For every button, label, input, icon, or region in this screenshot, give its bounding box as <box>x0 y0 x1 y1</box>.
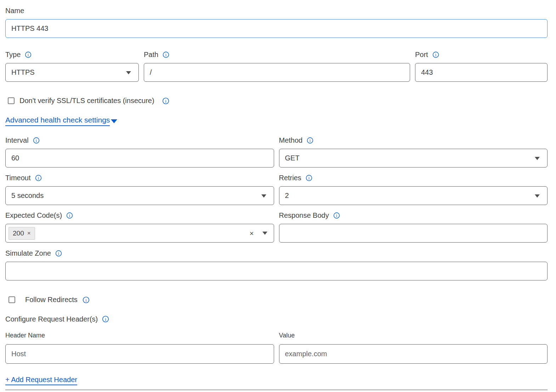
add-request-header-label: + Add Request Header <box>5 376 77 385</box>
info-icon[interactable]: i <box>102 316 109 323</box>
expected-codes-multiselect[interactable]: 200 × × <box>5 224 274 243</box>
svg-text:i: i <box>85 297 87 302</box>
svg-text:i: i <box>308 175 310 180</box>
type-path-port-row: Type i HTTPS Path i Port <box>5 50 548 82</box>
response-body-field: Response Body i <box>279 211 548 243</box>
method-field: Method i GET <box>279 136 548 167</box>
info-icon[interactable]: i <box>306 175 312 181</box>
timeout-field: Timeout i 5 seconds <box>5 174 274 205</box>
header-value-field: Value <box>279 332 548 364</box>
svg-text:i: i <box>165 52 167 57</box>
info-icon[interactable]: i <box>162 97 169 104</box>
port-label: Port <box>415 50 428 59</box>
svg-text:i: i <box>28 52 29 57</box>
configure-request-headers-label: Configure Request Header(s) <box>5 315 98 323</box>
header-name-input[interactable] <box>5 344 274 364</box>
svg-text:i: i <box>165 98 166 103</box>
port-input[interactable] <box>415 63 548 82</box>
advanced-health-check-settings-link[interactable]: Advanced health check settings <box>5 116 117 126</box>
response-body-input[interactable] <box>279 224 548 243</box>
info-icon[interactable]: i <box>35 175 42 181</box>
dont-verify-ssl-checkbox[interactable] <box>8 97 15 104</box>
response-body-label: Response Body <box>279 211 329 220</box>
svg-text:i: i <box>58 251 59 256</box>
header-value-input[interactable] <box>279 344 548 364</box>
advanced-settings-grid: Interval i Method i GET Timeout <box>5 136 548 243</box>
header-name-label: Header Name <box>5 332 274 339</box>
svg-text:i: i <box>69 213 70 218</box>
chevron-down-icon[interactable] <box>262 232 267 235</box>
header-name-field: Header Name <box>5 332 274 364</box>
multiselect-controls: × <box>250 230 267 237</box>
name-label-row: Name <box>5 6 548 15</box>
info-icon[interactable]: i <box>83 296 90 303</box>
triangle-down-icon <box>111 119 117 123</box>
info-icon[interactable]: i <box>55 250 62 257</box>
configure-request-headers-row: Configure Request Header(s) i <box>5 315 548 323</box>
info-icon[interactable]: i <box>432 51 439 58</box>
svg-text:i: i <box>38 175 39 180</box>
health-check-form: Name Type i HTTPS Path i <box>0 0 556 392</box>
follow-redirects-row: Follow Redirects i <box>5 296 548 304</box>
retries-field: Retries i 2 <box>279 174 548 205</box>
name-input[interactable] <box>5 19 548 38</box>
port-field: Port i <box>415 50 548 82</box>
svg-text:i: i <box>310 138 311 143</box>
add-request-header-link[interactable]: + Add Request Header <box>5 376 77 385</box>
dont-verify-ssl-row: Don't verify SSL/TLS certificates (insec… <box>5 97 548 105</box>
interval-input[interactable] <box>5 149 274 167</box>
info-icon[interactable]: i <box>307 137 313 144</box>
type-field: Type i HTTPS <box>5 50 139 82</box>
svg-text:i: i <box>105 317 107 322</box>
follow-redirects-label: Follow Redirects <box>25 296 78 304</box>
section-divider <box>5 390 548 390</box>
follow-redirects-checkbox[interactable] <box>8 296 15 303</box>
path-input[interactable] <box>144 63 410 82</box>
retries-label: Retries <box>279 174 301 182</box>
expected-code-tag-value: 200 <box>13 229 24 237</box>
request-header-grid: Header Name Value <box>5 332 548 364</box>
type-label: Type <box>5 50 21 59</box>
svg-text:i: i <box>35 138 37 143</box>
timeout-label: Timeout <box>5 174 31 182</box>
chevron-down-icon <box>126 71 131 74</box>
retries-select-value: 2 <box>285 192 289 200</box>
interval-label: Interval <box>5 136 29 144</box>
chevron-down-icon <box>261 194 266 198</box>
chevron-down-icon <box>535 194 540 198</box>
method-label: Method <box>279 136 303 144</box>
method-select[interactable]: GET <box>279 149 548 167</box>
simulate-zone-label: Simulate Zone <box>5 249 51 257</box>
svg-text:i: i <box>336 213 337 218</box>
name-label: Name <box>5 6 24 15</box>
retries-select[interactable]: 2 <box>279 186 548 205</box>
chevron-down-icon <box>535 157 540 160</box>
expected-code-tag: 200 × <box>8 227 35 240</box>
timeout-select[interactable]: 5 seconds <box>5 186 274 205</box>
simulate-zone-input[interactable] <box>5 262 548 280</box>
path-field: Path i <box>144 50 410 82</box>
info-icon[interactable]: i <box>163 51 169 58</box>
simulate-zone-field: Simulate Zone i <box>5 249 548 280</box>
info-icon[interactable]: i <box>33 137 40 144</box>
path-label: Path <box>144 50 158 59</box>
expected-codes-field: Expected Code(s) i 200 × × <box>5 211 274 243</box>
type-select-value: HTTPS <box>11 68 35 76</box>
advanced-link-label: Advanced health check settings <box>5 116 110 126</box>
info-icon[interactable]: i <box>333 212 340 219</box>
svg-text:i: i <box>435 52 437 57</box>
method-select-value: GET <box>285 154 300 162</box>
interval-field: Interval i <box>5 136 274 167</box>
info-icon[interactable]: i <box>25 51 32 58</box>
expected-codes-label: Expected Code(s) <box>5 211 62 220</box>
type-select[interactable]: HTTPS <box>5 63 139 82</box>
info-icon[interactable]: i <box>66 212 73 219</box>
timeout-select-value: 5 seconds <box>11 192 44 200</box>
clear-all-icon[interactable]: × <box>250 230 254 237</box>
header-value-label: Value <box>279 332 548 339</box>
dont-verify-ssl-label: Don't verify SSL/TLS certificates (insec… <box>19 97 154 105</box>
remove-tag-icon[interactable]: × <box>27 230 31 236</box>
